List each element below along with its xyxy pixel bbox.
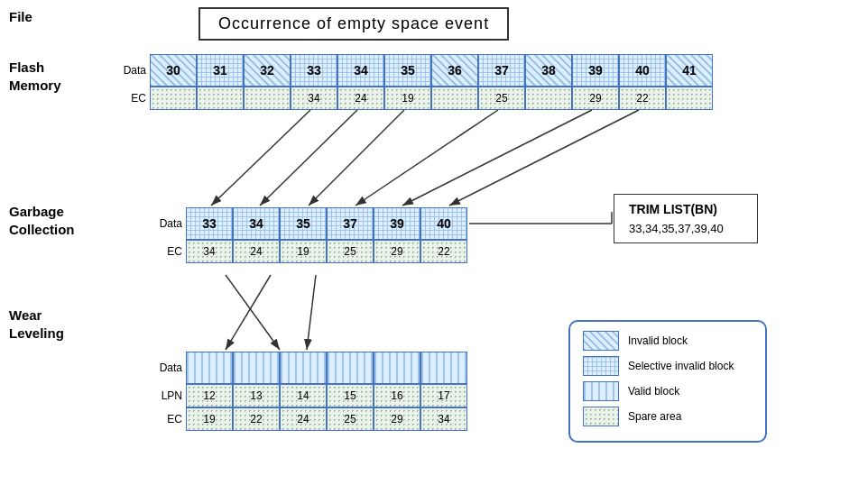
flash-block-30: 30 — [150, 54, 197, 87]
flash-block-35: 35 — [384, 54, 431, 87]
legend-item-valid: Valid block — [583, 381, 753, 401]
file-ec-row: EC 19 22 24 25 29 34 — [153, 407, 467, 431]
flash-block-38: 38 — [525, 54, 572, 87]
trim-list-box: TRIM LIST(BN) 33,34,35,37,39,40 — [614, 194, 758, 243]
gc-ec-1: 24 — [233, 240, 280, 263]
flash-ec-6 — [431, 87, 478, 110]
legend-label-valid: Valid block — [628, 385, 679, 398]
flash-block-39: 39 — [572, 54, 619, 87]
flash-ec-9: 29 — [572, 87, 619, 110]
file-ec-0: 19 — [186, 407, 233, 431]
flash-block-33: 33 — [291, 54, 337, 87]
flash-data-row: Data 30 31 32 33 34 35 36 37 38 39 40 41 — [117, 54, 713, 87]
file-data-0 — [186, 352, 233, 384]
gc-ec-4: 29 — [374, 240, 420, 263]
flash-ec-5: 19 — [384, 87, 431, 110]
gc-ec-0: 34 — [186, 240, 233, 263]
legend-swatch-wave — [583, 331, 619, 351]
file-lpn-0: 12 — [186, 384, 233, 407]
legend-swatch-cross — [583, 356, 619, 376]
file-data-3 — [327, 352, 374, 384]
file-lpn-5: 17 — [420, 384, 467, 407]
file-data-5 — [420, 352, 467, 384]
gc-data-label: Data — [153, 217, 182, 230]
flash-block-36: 36 — [431, 54, 478, 87]
gc-ec-5: 22 — [420, 240, 467, 263]
flash-ec-row: EC 34 24 19 25 29 22 — [117, 87, 713, 110]
flash-ec-1 — [197, 87, 244, 110]
legend-label-selective: Selective invalid block — [628, 360, 734, 372]
flash-ec-10: 22 — [619, 87, 666, 110]
flash-block-32: 32 — [244, 54, 291, 87]
legend-label-spare: Spare area — [628, 410, 681, 423]
legend-swatch-dotted — [583, 407, 619, 426]
title-text: Occurrence of empty space event — [218, 14, 489, 32]
gc-section: Data 33 34 35 37 39 40 EC 34 24 19 25 29… — [153, 207, 467, 263]
svg-line-1 — [211, 110, 310, 206]
gc-data-row: Data 33 34 35 37 39 40 — [153, 207, 467, 240]
legend-box: Invalid block Selective invalid block Va… — [568, 320, 767, 443]
file-data-row: Data — [153, 352, 467, 384]
flash-ec-11 — [666, 87, 713, 110]
svg-line-9 — [226, 275, 280, 350]
gc-block-35: 35 — [280, 207, 327, 240]
flash-block-41: 41 — [666, 54, 713, 87]
gc-block-40: 40 — [420, 207, 467, 240]
file-data-2 — [280, 352, 327, 384]
file-ec-4: 29 — [374, 407, 420, 431]
file-lpn-4: 16 — [374, 384, 420, 407]
flash-block-40: 40 — [619, 54, 666, 87]
gc-ec-2: 19 — [280, 240, 327, 263]
svg-line-4 — [356, 110, 498, 206]
legend-item-invalid: Invalid block — [583, 331, 753, 351]
gc-block-34: 34 — [233, 207, 280, 240]
flash-data-label: Data — [117, 64, 146, 77]
gc-ec-label: EC — [153, 245, 182, 258]
gc-block-39: 39 — [374, 207, 420, 240]
gc-block-33: 33 — [186, 207, 233, 240]
svg-line-6 — [449, 110, 639, 206]
flash-ec-label: EC — [117, 92, 146, 105]
main-container: Occurrence of empty space event FlashMem… — [0, 0, 868, 494]
file-lpn-2: 14 — [280, 384, 327, 407]
file-ec-5: 34 — [420, 407, 467, 431]
svg-line-10 — [226, 275, 271, 350]
gc-block-37: 37 — [327, 207, 374, 240]
file-ec-1: 22 — [233, 407, 280, 431]
svg-line-11 — [307, 275, 316, 350]
svg-line-3 — [309, 110, 404, 206]
file-data-1 — [233, 352, 280, 384]
file-ec-label: EC — [153, 413, 182, 425]
flash-ec-3: 34 — [291, 87, 337, 110]
svg-line-5 — [402, 110, 592, 206]
wear-leveling-label: WearLeveling — [9, 306, 64, 342]
gc-ec-row: EC 34 24 19 25 29 22 — [153, 240, 467, 263]
flash-ec-0 — [150, 87, 197, 110]
file-lpn-row: LPN 12 13 14 15 16 17 — [153, 384, 467, 407]
flash-ec-7: 25 — [478, 87, 525, 110]
garbage-collection-label: GarbageCollection — [9, 203, 75, 238]
file-data-label: Data — [153, 361, 182, 374]
file-section: Data LPN 12 13 14 15 16 17 EC 19 22 — [153, 352, 467, 431]
file-ec-3: 25 — [327, 407, 374, 431]
legend-label-invalid: Invalid block — [628, 334, 688, 347]
flash-ec-4: 24 — [337, 87, 384, 110]
flash-block-34: 34 — [337, 54, 384, 87]
flash-memory-section: Data 30 31 32 33 34 35 36 37 38 39 40 41… — [117, 54, 713, 110]
flash-memory-label: FlashMemory — [9, 59, 61, 94]
legend-item-spare: Spare area — [583, 407, 753, 426]
title-box: Occurrence of empty space event — [199, 7, 509, 41]
legend-item-selective: Selective invalid block — [583, 356, 753, 376]
flash-block-31: 31 — [197, 54, 244, 87]
svg-line-2 — [260, 110, 357, 206]
file-ec-2: 24 — [280, 407, 327, 431]
flash-ec-2 — [244, 87, 291, 110]
file-lpn-1: 13 — [233, 384, 280, 407]
file-lpn-label: LPN — [153, 389, 182, 402]
flash-block-37: 37 — [478, 54, 525, 87]
file-data-4 — [374, 352, 420, 384]
file-lpn-3: 15 — [327, 384, 374, 407]
trim-list-title: TRIM LIST(BN) — [629, 202, 743, 216]
flash-ec-8 — [525, 87, 572, 110]
trim-list-values: 33,34,35,37,39,40 — [629, 222, 743, 235]
